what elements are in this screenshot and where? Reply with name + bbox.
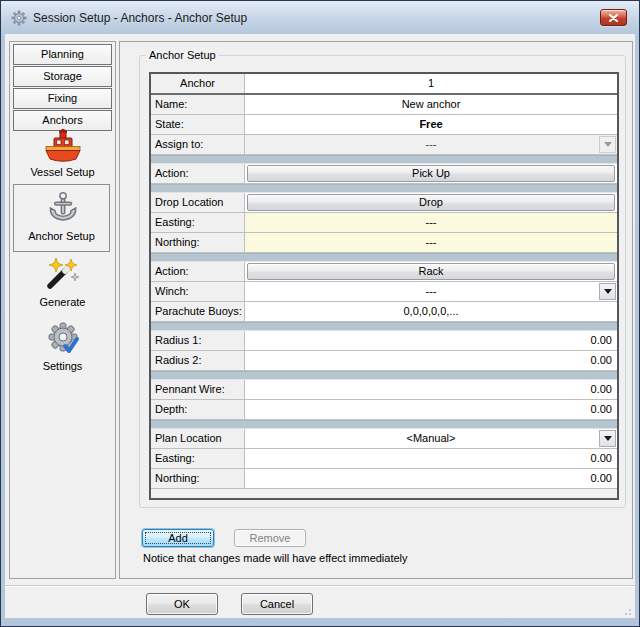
radius2-field[interactable]: 0.00 bbox=[245, 351, 617, 370]
ok-button[interactable]: OK bbox=[146, 593, 218, 615]
anchor-property-table: Anchor 1 Name: New anchor State: Free As… bbox=[149, 72, 619, 500]
winch-combo[interactable]: --- bbox=[245, 282, 617, 301]
anchor-number-cell: 1 bbox=[245, 74, 617, 93]
table-row: Winch: --- bbox=[151, 282, 617, 302]
close-button[interactable] bbox=[600, 9, 627, 26]
table-row: Easting: --- bbox=[151, 213, 617, 233]
table-separator bbox=[151, 253, 617, 262]
group-box-label: Anchor Setup bbox=[146, 49, 219, 61]
table-separator bbox=[151, 322, 617, 331]
notice-text: Notice that changes made will have effec… bbox=[143, 552, 408, 564]
row-label: Assign to: bbox=[151, 135, 245, 154]
plan-easting-field[interactable]: 0.00 bbox=[245, 449, 617, 468]
plan-location-dropdown-button bbox=[599, 430, 616, 447]
resize-grip-icon[interactable] bbox=[621, 605, 631, 615]
parachute-buoys-field[interactable]: 0,0,0,0,0,... bbox=[245, 302, 617, 321]
table-filler bbox=[151, 489, 617, 498]
app-gear-icon bbox=[11, 10, 27, 26]
cancel-button[interactable]: Cancel bbox=[241, 593, 313, 615]
name-field[interactable]: New anchor bbox=[245, 95, 617, 114]
plan-northing-field[interactable]: 0.00 bbox=[245, 469, 617, 488]
winch-value: --- bbox=[426, 285, 437, 297]
winch-dropdown-button bbox=[599, 283, 616, 300]
tugboat-icon bbox=[43, 128, 83, 164]
remove-button: Remove bbox=[234, 529, 306, 547]
table-row: Easting: 0.00 bbox=[151, 449, 617, 469]
settings-gear-icon bbox=[44, 320, 82, 358]
sidebar-item-settings[interactable]: Settings bbox=[10, 320, 115, 372]
dropdown-arrow-icon bbox=[604, 436, 612, 441]
table-row: Pennant Wire: 0.00 bbox=[151, 380, 617, 400]
drop-button[interactable]: Drop bbox=[247, 194, 615, 211]
table-separator bbox=[151, 155, 617, 164]
action-cell: Pick Up bbox=[245, 164, 617, 183]
dialog-window: Session Setup - Anchors - Anchor Setup P… bbox=[0, 0, 640, 627]
table-separator bbox=[151, 371, 617, 380]
row-label: Winch: bbox=[151, 282, 245, 301]
sidebar-item-anchor-setup[interactable]: Anchor Setup bbox=[13, 184, 110, 252]
footer-divider bbox=[5, 585, 635, 587]
radius1-field[interactable]: 0.00 bbox=[245, 331, 617, 350]
sidebar-panel: Planning Storage Fixing Anchors Vessel S bbox=[9, 41, 116, 579]
table-separator bbox=[151, 184, 617, 193]
dropdown-arrow-icon bbox=[604, 142, 612, 147]
table-row: Depth: 0.00 bbox=[151, 400, 617, 420]
table-row: Plan Location <Manual> bbox=[151, 429, 617, 449]
sidebar-item-label: Settings bbox=[10, 360, 115, 372]
state-value: Free bbox=[245, 115, 617, 134]
anchor-column-header: Anchor bbox=[151, 74, 245, 93]
assign-to-value: --- bbox=[426, 138, 437, 150]
add-button[interactable]: Add bbox=[142, 529, 214, 547]
drop-northing-field[interactable]: --- bbox=[245, 233, 617, 252]
row-label: Easting: bbox=[151, 213, 245, 232]
sidebar-item-generate[interactable]: Generate bbox=[10, 256, 115, 308]
drop-easting-field[interactable]: --- bbox=[245, 213, 617, 232]
dropdown-arrow-icon bbox=[604, 289, 612, 294]
sidebar-item-label: Generate bbox=[10, 296, 115, 308]
anchor-icon bbox=[43, 190, 81, 228]
table-row: Northing: 0.00 bbox=[151, 469, 617, 489]
window-title: Session Setup - Anchors - Anchor Setup bbox=[33, 11, 247, 25]
row-label: Action: bbox=[151, 164, 245, 183]
rack-button[interactable]: Rack bbox=[247, 263, 615, 280]
tab-fixing[interactable]: Fixing bbox=[13, 88, 112, 109]
title-bar: Session Setup - Anchors - Anchor Setup bbox=[2, 2, 638, 34]
row-label: Pennant Wire: bbox=[151, 380, 245, 399]
sidebar-item-vessel-setup[interactable]: Vessel Setup bbox=[10, 128, 115, 178]
assign-to-combo: --- bbox=[245, 135, 617, 154]
row-label: Radius 2: bbox=[151, 351, 245, 370]
table-row: Radius 2: 0.00 bbox=[151, 351, 617, 371]
plan-location-value: <Manual> bbox=[407, 432, 456, 444]
row-label: Radius 1: bbox=[151, 331, 245, 350]
row-label: Name: bbox=[151, 95, 245, 114]
depth-field[interactable]: 0.00 bbox=[245, 400, 617, 419]
drop-location-cell: Drop bbox=[245, 193, 617, 212]
tab-storage[interactable]: Storage bbox=[13, 66, 112, 87]
dialog-client-area: Planning Storage Fixing Anchors Vessel S bbox=[5, 34, 635, 618]
table-row: Action: Pick Up bbox=[151, 164, 617, 184]
table-separator bbox=[151, 420, 617, 429]
table-row: Radius 1: 0.00 bbox=[151, 331, 617, 351]
row-label: Northing: bbox=[151, 233, 245, 252]
close-icon bbox=[609, 14, 618, 22]
plan-location-combo[interactable]: <Manual> bbox=[245, 429, 617, 448]
row-label: Parachute Buoys: bbox=[151, 302, 245, 321]
table-row: Name: New anchor bbox=[151, 95, 617, 115]
row-label: Easting: bbox=[151, 449, 245, 468]
sidebar-item-label: Vessel Setup bbox=[10, 166, 115, 178]
pennant-wire-field[interactable]: 0.00 bbox=[245, 380, 617, 399]
row-label: Drop Location bbox=[151, 193, 245, 212]
main-panel: Anchor Setup Anchor 1 Name: New anchor S… bbox=[119, 41, 633, 579]
sidebar-tabs: Planning Storage Fixing Anchors bbox=[10, 44, 115, 132]
row-label: State: bbox=[151, 115, 245, 134]
magic-wand-icon bbox=[44, 256, 82, 294]
table-row: Northing: --- bbox=[151, 233, 617, 253]
tab-planning[interactable]: Planning bbox=[13, 44, 112, 65]
row-label: Plan Location bbox=[151, 429, 245, 448]
row-label: Depth: bbox=[151, 400, 245, 419]
table-row: Drop Location Drop bbox=[151, 193, 617, 213]
table-row: Assign to: --- bbox=[151, 135, 617, 155]
sidebar-item-label: Anchor Setup bbox=[28, 230, 95, 242]
table-row: State: Free bbox=[151, 115, 617, 135]
pick-up-button[interactable]: Pick Up bbox=[247, 165, 615, 182]
